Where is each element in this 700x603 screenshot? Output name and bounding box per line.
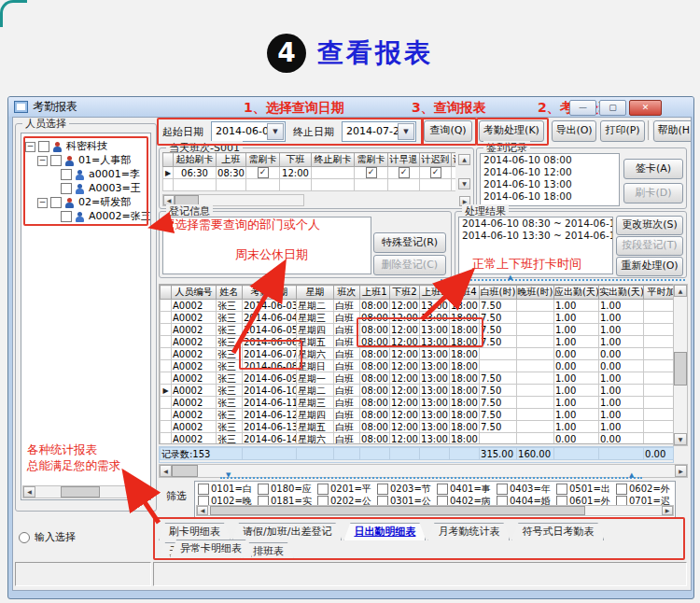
filter-option[interactable]: 0602=外 — [616, 483, 676, 495]
scroll-right-icon[interactable]: ▶ — [136, 486, 148, 498]
tree-item[interactable]: a0001=李 — [21, 167, 150, 181]
scroll-down-icon[interactable]: ▼ — [674, 433, 687, 445]
tree-expand-icon[interactable]: − — [25, 142, 35, 152]
scroll-up-icon[interactable]: ▲ — [458, 154, 470, 165]
scroll-thumb[interactable] — [210, 506, 585, 515]
tree-item[interactable]: −科密科技 — [21, 139, 150, 153]
splitter-top[interactable] — [441, 279, 685, 281]
filter-checkbox[interactable] — [556, 484, 567, 495]
checked-checkbox-icon[interactable]: ✓ — [430, 167, 441, 178]
tree-item[interactable]: −01=人事部 — [21, 153, 150, 167]
checked-checkbox-icon[interactable]: ✓ — [258, 167, 269, 178]
person-tree[interactable]: −科密科技−01=人事部a0001=李A0003=王−02=研发部A0002=张… — [21, 133, 151, 500]
export-button[interactable]: 导出(O) — [552, 120, 596, 142]
scroll-right-icon[interactable]: ▶ — [675, 465, 687, 477]
table-row[interactable]: A0002张三2014-06-11星期三白班08:0012:0013:0018:… — [161, 397, 675, 409]
scroll-down-icon[interactable]: ▼ — [458, 178, 470, 189]
splitter-collapse-icon[interactable]: ▲ — [629, 472, 634, 479]
table-row[interactable]: A0002张三2014-06-07星期六白班08:0012:0013:0018:… — [161, 348, 675, 360]
table-row[interactable]: A0002张三2014-06-13星期五白班08:0012:0013:0018:… — [161, 421, 675, 433]
filter-checkbox[interactable] — [377, 484, 388, 495]
scroll-right-icon[interactable]: ▶ — [662, 506, 673, 515]
signin-record[interactable]: 2014-06-10 13:00 — [481, 178, 619, 190]
result-line[interactable]: 2014-06-10 08:30 ~ 2014-06-10 12:00 自动 — [459, 217, 612, 230]
filter-option[interactable]: 0101=白 — [198, 483, 258, 495]
table-hscrollbar[interactable]: ◀ ▶ — [159, 464, 688, 478]
tree-expand-icon[interactable]: − — [37, 198, 48, 208]
special-register-button[interactable]: 特殊登记(R) — [373, 232, 446, 253]
scroll-thumb[interactable] — [674, 352, 687, 386]
tree-hscrollbar[interactable]: ◀ ▶ — [22, 485, 149, 498]
filter-checkbox[interactable] — [258, 484, 269, 495]
table-row[interactable]: A0002张三2014-06-06星期五白班08:0012:0013:0018:… — [161, 336, 675, 348]
tree-checkbox[interactable] — [61, 211, 72, 222]
tree-checkbox[interactable] — [61, 183, 72, 194]
signin-record[interactable]: 2014-06-10 18:00 — [481, 190, 619, 203]
swipe-card-button[interactable]: 刷卡(D) — [623, 183, 683, 203]
radio-icon[interactable] — [19, 532, 30, 543]
close-button[interactable]: ✕ — [629, 100, 662, 116]
shift-data-row[interactable]: ▶06:3008:30✓12:00✓✓✓✓ — [163, 167, 456, 179]
table-vscrollbar[interactable]: ▲ ▼ — [673, 284, 688, 446]
checked-checkbox-icon[interactable]: ✓ — [399, 167, 410, 178]
dropdown-icon[interactable]: ▼ — [267, 123, 284, 140]
splitter-collapse-icon[interactable]: ▼ — [226, 472, 231, 479]
scroll-up-icon[interactable]: ▲ — [674, 285, 687, 297]
filter-option[interactable]: 0403=年 — [497, 483, 556, 495]
table-row[interactable]: A0002张三2014-06-04星期三白班08:0012:0013:0018:… — [161, 312, 675, 324]
delete-register-button[interactable]: 删除登记(C) — [373, 255, 446, 275]
end-date-combo[interactable]: 2014-07-21 ▼ — [342, 121, 416, 142]
segment-register-button[interactable]: 按段登记(T) — [616, 236, 683, 256]
tree-item[interactable]: −02=研发部 — [21, 195, 150, 209]
splitter-bottom[interactable] — [220, 477, 642, 479]
maximize-button[interactable]: ▢ — [599, 100, 626, 116]
query-button[interactable]: 查询(Q) — [424, 120, 472, 142]
change-shift-button[interactable]: 更改班次(S) — [616, 216, 683, 235]
table-row[interactable]: A0002张三2014-06-14星期六白班08:0012:0013:0018:… — [161, 433, 675, 445]
signin-record[interactable]: 2014-06-10 08:00 — [481, 154, 619, 166]
dropdown-icon[interactable]: ▼ — [398, 123, 414, 140]
filter-checkbox[interactable] — [317, 484, 329, 495]
signin-record[interactable]: 2014-06-10 12:00 — [481, 166, 619, 178]
help-button[interactable]: 帮助(H) — [653, 120, 692, 142]
tree-expand-icon[interactable]: − — [37, 156, 48, 166]
tree-checkbox[interactable] — [38, 141, 49, 152]
scroll-left-icon[interactable]: ◀ — [23, 486, 35, 498]
filter-checkbox[interactable] — [497, 484, 508, 495]
filter-option[interactable]: 0203=节 — [377, 483, 437, 495]
input-select-radio[interactable]: 输入选择 — [19, 530, 76, 544]
tree-checkbox[interactable] — [50, 197, 62, 208]
table-row[interactable]: A0002张三2014-06-12星期四白班08:0012:0013:0018:… — [161, 409, 675, 421]
table-row[interactable]: ▶A0002张三2014-06-10星期二白班08:0012:0013:0018… — [161, 385, 675, 397]
attendance-process-button[interactable]: 考勤处理(K) — [479, 120, 544, 142]
filter-option[interactable]: 0201=平 — [317, 483, 377, 495]
minimize-button[interactable]: — — [569, 100, 596, 116]
filter-checkbox[interactable] — [198, 484, 209, 495]
scroll-left-icon[interactable]: ◀ — [197, 506, 208, 515]
checked-checkbox-icon[interactable]: ✓ — [366, 167, 377, 178]
tab-异常卡明细表[interactable]: 异常卡明细表 — [170, 540, 252, 557]
table-row[interactable]: A0002张三2014-06-08星期日白班08:0012:0013:0018:… — [161, 360, 675, 372]
tree-checkbox[interactable] — [61, 169, 72, 180]
result-line[interactable]: 2014-06-10 13:30 ~ 2014-06-10 17:30 自动 — [459, 230, 612, 242]
table-row[interactable]: A0002张三2014-06-03星期二白班08:0012:0013:0018:… — [161, 300, 675, 312]
filter-option[interactable]: 0180=应 — [258, 483, 317, 495]
filter-option[interactable]: 0401=事 — [437, 483, 497, 495]
scroll-left-icon[interactable]: ◀ — [160, 465, 172, 477]
table-row[interactable]: A0002张三2014-06-05星期四白班08:0012:0013:0018:… — [161, 324, 675, 336]
sign-card-button[interactable]: 签卡(A) — [623, 159, 683, 179]
start-date-combo[interactable]: 2014-06-01 ▼ — [211, 121, 286, 142]
filter-option[interactable]: 0501=出 — [556, 483, 616, 495]
splitter-collapse-icon[interactable]: ▲ — [508, 274, 512, 281]
print-button[interactable]: 打印(P) — [600, 120, 645, 142]
tree-item[interactable]: A0003=王 — [21, 181, 150, 195]
tree-item[interactable]: A0002=张三 — [21, 209, 150, 223]
filter-checkbox[interactable] — [437, 484, 448, 495]
signin-list[interactable]: 2014-06-10 08:002014-06-10 12:002014-06-… — [480, 153, 620, 206]
scroll-thumb[interactable] — [172, 465, 198, 477]
tree-checkbox[interactable] — [50, 155, 62, 166]
scroll-thumb[interactable] — [61, 486, 100, 498]
filter-hscrollbar[interactable]: ◀ ▶ — [196, 505, 674, 516]
filter-checkbox[interactable] — [616, 484, 627, 495]
table-row[interactable]: A0002张三2014-06-09星期一白班08:0012:0013:0018:… — [161, 372, 675, 385]
